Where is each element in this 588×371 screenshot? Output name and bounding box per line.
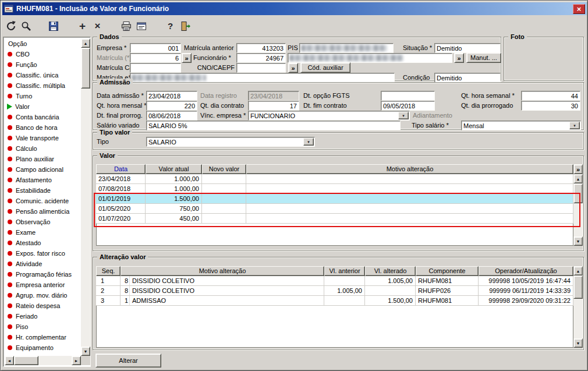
close-button[interactable]: ×: [573, 4, 585, 14]
funcionario-field[interactable]: 24967: [236, 53, 286, 63]
print-form-button[interactable]: [134, 19, 148, 33]
scroll-down-icon[interactable]: ▼: [573, 236, 583, 246]
sidebar-item[interactable]: Classific. única: [5, 70, 81, 80]
scroll-right-icon[interactable]: ►: [72, 356, 81, 365]
empresa-field[interactable]: 001: [130, 43, 181, 53]
column-header[interactable]: Operador/Atualização: [479, 266, 573, 276]
column-header[interactable]: Vl. alterado: [365, 266, 416, 276]
matricula-field[interactable]: 6: [130, 53, 181, 63]
table-row[interactable]: 01/07/2020 450,00: [96, 214, 573, 224]
matricula-lookup-button[interactable]: »: [182, 53, 192, 63]
table-row[interactable]: 07/08/2018 1.000,00: [96, 184, 573, 194]
sidebar-item[interactable]: Expos. fator risco: [5, 248, 81, 259]
dropdown-arrow-icon[interactable]: ▼: [398, 112, 409, 119]
sidebar-item[interactable]: Feriado: [5, 311, 81, 321]
exit-button[interactable]: [178, 19, 193, 33]
funcionario-lookup-button[interactable]: »: [454, 53, 464, 63]
sidebar-item[interactable]: Conta bancária: [5, 112, 81, 122]
column-header[interactable]: Vl. anterior: [324, 266, 365, 276]
funcionario-nome-field[interactable]: [288, 53, 452, 63]
scroll-up-icon[interactable]: ▲: [573, 174, 583, 183]
sidebar-item[interactable]: Atividade: [5, 259, 81, 269]
scroll-up-icon[interactable]: ▲: [81, 38, 90, 48]
undo-button[interactable]: [3, 19, 18, 33]
alterar-button[interactable]: Alterar: [95, 354, 161, 368]
sidebar-item[interactable]: Empresa anterior: [5, 280, 81, 290]
column-header[interactable]: Data: [96, 164, 146, 174]
qt-dia-prorrogado-field[interactable]: 30: [521, 101, 580, 111]
column-header[interactable]: Seq.: [96, 266, 121, 276]
sidebar-item[interactable]: CBO: [5, 49, 81, 59]
sidebar-item[interactable]: Banco de hora: [5, 122, 81, 133]
scroll-left-icon[interactable]: ◄: [5, 356, 14, 365]
pis-field[interactable]: [299, 43, 394, 53]
search-button[interactable]: [19, 19, 33, 33]
sidebar-item[interactable]: Hr. complementar: [5, 332, 81, 342]
column-header[interactable]: Motivo alteração: [121, 266, 324, 276]
cno-caepf-field[interactable]: [236, 63, 286, 73]
dt-opcao-fgts-field[interactable]: [381, 91, 435, 101]
table-row[interactable]: 3 1 ADMISSAO 1.500,00 RHUFM081 999998 29…: [96, 296, 573, 306]
table-row[interactable]: 1 8 DISSIDIO COLETIVO 1.005,00 RHUFM081 …: [96, 276, 573, 286]
sidebar-item[interactable]: Plano auxiliar: [5, 154, 81, 164]
scroll-down-icon[interactable]: ▼: [81, 347, 90, 356]
titlebar[interactable]: RHUFM081 - Inclusão de Valor de Funcioná…: [2, 2, 587, 15]
sidebar-item[interactable]: Campo adicional: [5, 164, 81, 175]
column-header[interactable]: Valor atual: [146, 164, 202, 174]
alteracao-vscroll-thumb[interactable]: [573, 275, 583, 299]
qt-dia-contrato-field[interactable]: 17: [248, 101, 299, 111]
sidebar-hscroll-thumb[interactable]: [14, 356, 38, 365]
sidebar-item[interactable]: Observação: [5, 217, 81, 227]
delete-button[interactable]: ×: [90, 19, 105, 33]
scroll-down-icon[interactable]: ▼: [573, 338, 583, 348]
sidebar-item[interactable]: Função: [5, 59, 81, 70]
matricula-esocial-field[interactable]: [130, 73, 395, 83]
condicao-field[interactable]: Demitido: [434, 73, 501, 83]
dropdown-arrow-icon[interactable]: ▼: [569, 122, 580, 129]
vinc-empresa-combo[interactable]: FUNCIONARIO▼: [248, 111, 410, 121]
table-row[interactable]: 23/04/2018 1.000,00: [96, 174, 573, 184]
tipo-combo[interactable]: SALARIO▼: [146, 137, 315, 147]
dt-fim-contrato-field[interactable]: 09/05/2018: [381, 101, 435, 111]
cod-auxiliar-button[interactable]: Cód. auxiliar: [300, 62, 350, 73]
sidebar-item[interactable]: Pensão alimenticia: [5, 206, 81, 217]
sidebar-item[interactable]: Classific. múltipla: [5, 80, 81, 91]
salario-variado-field[interactable]: SALARIO 5%: [146, 121, 401, 130]
print-button[interactable]: [119, 19, 133, 33]
add-button[interactable]: +: [75, 19, 90, 33]
dropdown-arrow-icon[interactable]: ▼: [303, 138, 314, 146]
matricula-anterior-field[interactable]: 413203: [236, 43, 286, 53]
tipo-salario-combo[interactable]: Mensal▼: [461, 121, 581, 130]
sidebar-item[interactable]: Comunic. acidente: [5, 196, 81, 206]
table-row[interactable]: 01/01/2019 1.500,00: [96, 194, 573, 204]
matricula-caixa-field[interactable]: [130, 63, 181, 73]
column-header[interactable]: Novo valor: [202, 164, 246, 174]
sidebar-vscroll-thumb[interactable]: [81, 48, 90, 89]
valor-vscroll-thumb[interactable]: [573, 183, 583, 203]
dt-final-prorrog-field[interactable]: 08/06/2018: [146, 111, 197, 121]
sidebar-item[interactable]: Vale transporte: [5, 133, 81, 143]
cno-lookup-button[interactable]: »: [288, 63, 298, 73]
column-header[interactable]: Componente: [416, 266, 479, 276]
sidebar-item[interactable]: Agrup. mov. diário: [5, 290, 81, 301]
sidebar-item[interactable]: Estabilidade: [5, 185, 81, 196]
sidebar-item[interactable]: Rateio despesa: [5, 301, 81, 311]
sidebar-item[interactable]: Exame: [5, 227, 81, 238]
manut-button[interactable]: Manut. ...: [466, 52, 501, 63]
column-header[interactable]: Motivo alteração: [246, 164, 573, 174]
sidebar-item[interactable]: Turno: [5, 91, 81, 101]
sidebar-item[interactable]: Afastamento: [5, 175, 81, 185]
qt-hora-mensal-field[interactable]: 220: [146, 101, 197, 111]
qt-hora-semanal-field[interactable]: 44: [521, 91, 580, 101]
data-admissao-field[interactable]: 23/04/2018: [146, 91, 197, 101]
situacao-field[interactable]: Demitido: [434, 43, 501, 53]
sidebar-item[interactable]: Cálculo: [5, 143, 81, 154]
help-button[interactable]: ?: [163, 19, 178, 33]
sidebar-item[interactable]: Atestado: [5, 238, 81, 248]
sidebar-item[interactable]: Valor: [5, 101, 81, 112]
sidebar-item[interactable]: Equipamento: [5, 342, 81, 353]
table-row[interactable]: 2 8 DISSIDIO COLETIVO 1.005,00 RHUFP026 …: [96, 286, 573, 296]
table-row[interactable]: 01/05/2020 750,00: [96, 204, 573, 214]
sidebar-item[interactable]: Piso: [5, 321, 81, 332]
scroll-up-icon[interactable]: ▲: [573, 266, 583, 275]
